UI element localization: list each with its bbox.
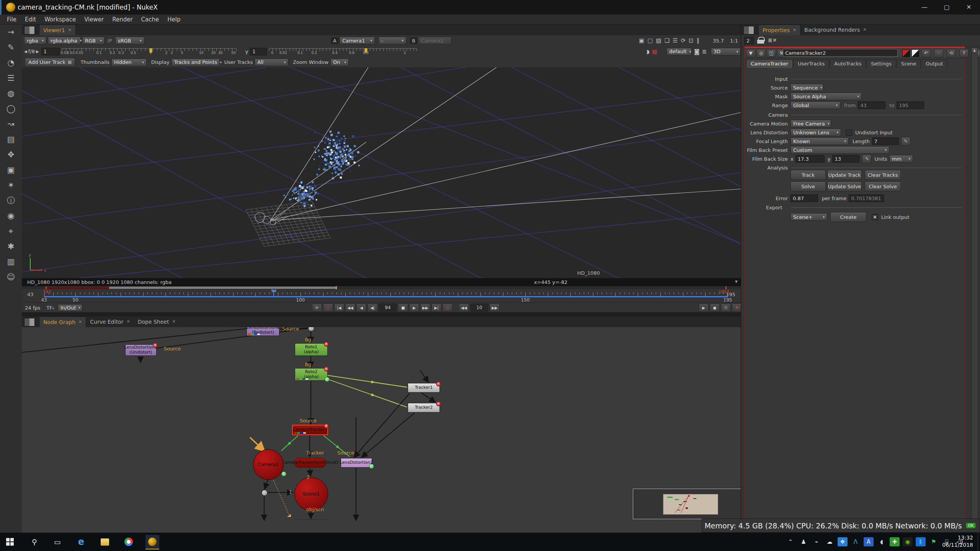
update-track-button[interactable]: Update Track — [827, 170, 862, 180]
pixel-aspect-value[interactable]: 1:1 — [730, 38, 738, 44]
3d-viewport[interactable]: yx HD_1080 — [22, 67, 741, 278]
thumbnails-dropdown[interactable]: Hidden▾ — [111, 59, 147, 66]
viewer-prefs-dropdown[interactable]: default▾ — [666, 48, 692, 55]
tray-satellite-icon[interactable]: ◖ — [877, 537, 887, 546]
goto-end-button[interactable]: ▶| — [431, 303, 441, 312]
node-lensdistortion1[interactable]: LensDistortion1(Redistort)A — [247, 327, 279, 336]
length-curve-icon[interactable]: ∿ — [901, 137, 910, 145]
per-frame-field[interactable]: 0.70178381 — [849, 194, 884, 202]
tray-flag-icon[interactable]: ⚑ — [929, 537, 939, 546]
node-color-swatch[interactable] — [902, 49, 910, 57]
a-input-dropdown[interactable]: Camera1▾ — [340, 37, 375, 44]
gamma-value-field[interactable]: 1 — [250, 48, 267, 55]
range-dropdown[interactable]: Global▾ — [791, 101, 840, 109]
link-output-checkbox[interactable]: ✕ — [872, 214, 878, 220]
undo-icon[interactable]: ↶ — [921, 49, 931, 57]
range-out-button[interactable]: ⊙ — [443, 303, 452, 312]
colorspace-dropdown[interactable]: sRGB▾ — [115, 37, 144, 44]
lens-distortion-dropdown[interactable]: Unknown Lens▾ — [791, 129, 841, 136]
close-all-panels-icon[interactable]: ≣✕ — [768, 37, 777, 43]
gamma-slider[interactable]: 00.010.10.20.40.60.812 — [269, 48, 416, 55]
undistort-input-checkbox[interactable] — [846, 129, 852, 136]
particles-icon[interactable]: ✶ — [0, 178, 22, 193]
prev-keyframe-button[interactable]: ◀◀ — [345, 303, 355, 312]
tray-user-icon[interactable]: ♟ — [799, 537, 808, 546]
collapse-panel-icon[interactable]: ▼ — [746, 49, 755, 57]
gain-value-field[interactable]: 1 — [41, 48, 60, 55]
node-tab-autotracks[interactable]: AutoTracks — [830, 59, 866, 68]
timeline-ruler[interactable]: 43 195 43501001501954319594 — [22, 289, 741, 302]
nuke-taskbar-icon[interactable] — [145, 535, 159, 549]
node-roto1[interactable]: Roto1(alpha)A — [295, 343, 328, 356]
frame-dec-button[interactable]: ◀◀ — [459, 303, 469, 312]
node-display-icon[interactable]: ◫ — [767, 49, 776, 57]
menu-file[interactable]: File — [7, 16, 16, 23]
viewer-stack-icon[interactable]: ☰ — [673, 37, 678, 44]
viewer-pause-icon[interactable]: ∥ — [697, 37, 700, 44]
create-button[interactable]: Create — [830, 212, 866, 222]
deep-icon[interactable]: ⓘ — [0, 193, 22, 208]
views-icon[interactable]: ◉ — [0, 208, 22, 223]
gain-next-stop-icon[interactable]: ▶ — [36, 49, 39, 54]
node-scene1[interactable]: Scene1 — [294, 477, 328, 511]
frame-field[interactable]: 94 — [379, 303, 397, 312]
node-tracker2[interactable]: Tracker2A — [408, 403, 440, 412]
fps-readout[interactable]: 24 fps — [25, 305, 40, 311]
color-icon[interactable]: ◍ — [0, 86, 22, 101]
guides-icon[interactable]: ▦ — [652, 48, 657, 55]
next-keyframe-button[interactable]: ▶▶ — [420, 303, 430, 312]
viewer-camera-icon[interactable]: ◙ — [694, 48, 700, 55]
tab-node-graph[interactable]: Node Graph✕ — [39, 316, 86, 327]
node-cameratrackerpointcloud1[interactable]: CameraTrackerPointCloud1 — [294, 458, 326, 468]
mask-dropdown[interactable]: Source Alpha▾ — [791, 93, 862, 100]
display-dropdown[interactable]: Tracks and Points▾ — [172, 59, 220, 66]
input-process-button[interactable]: IP — [108, 38, 112, 44]
tray-bluetooth-icon[interactable]: ᛒ — [916, 537, 926, 546]
properties-scrollbar[interactable]: ▲ — [972, 47, 978, 519]
timeline-range-bar[interactable] — [22, 286, 741, 289]
pane-splitter[interactable] — [22, 312, 741, 316]
menu-workspace[interactable]: Workspace — [44, 16, 76, 23]
wireframe-icon[interactable]: ≣ — [702, 48, 707, 55]
tab-background-renders[interactable]: Background Renders✕ — [800, 24, 870, 35]
pane-menu-icon[interactable] — [743, 26, 754, 34]
tray-share-icon[interactable]: ❖ — [838, 537, 848, 546]
node-tab-output[interactable]: Output — [921, 59, 947, 68]
close-tab-icon[interactable]: ✕ — [68, 28, 72, 33]
loop-button[interactable]: ⟳ — [312, 303, 322, 312]
length-field[interactable]: 7 — [872, 137, 899, 145]
node-dot[interactable] — [261, 490, 268, 496]
node-dot[interactable] — [308, 327, 314, 331]
transform-icon[interactable]: ✥ — [0, 147, 22, 162]
revert-icon[interactable]: ⟲ — [947, 49, 956, 57]
help-icon[interactable]: ☺ — [0, 269, 22, 285]
film-x-field[interactable]: 17.3 — [795, 155, 825, 163]
close-tab-icon[interactable]: ✕ — [793, 28, 796, 33]
chrome-icon[interactable] — [122, 535, 136, 549]
toolsets-icon[interactable]: ✱ — [0, 239, 22, 254]
node-cameratracker2[interactable]: CameraTracker2A — [292, 425, 328, 435]
close-button[interactable]: ✕ — [958, 0, 980, 15]
menu-render[interactable]: Render — [112, 16, 132, 23]
wipe-mode-dropdown[interactable]: -▾ — [379, 37, 406, 44]
layer-dropdown[interactable]: rgba.alpha▾ — [48, 37, 81, 44]
taskbar-clock[interactable]: 13:32 06/11/2018 — [942, 534, 973, 549]
display-mode-dropdown[interactable]: RGB▾ — [82, 37, 105, 44]
info-bar-arrow[interactable]: ▼ — [735, 280, 738, 284]
viewer-refresh-icon[interactable]: ⟳ — [681, 37, 686, 44]
viewer-overlay-icon[interactable]: ❏ — [665, 37, 670, 44]
node-lensdistortion3[interactable]: LensDistortion3(Undistort)A — [125, 344, 157, 356]
show-desktop-button[interactable] — [978, 533, 980, 551]
update-solve-button[interactable]: Update Solve — [827, 181, 862, 191]
solve-button[interactable]: Solve — [791, 181, 826, 191]
timeline-mode-dropdown[interactable]: TF▾ — [46, 305, 54, 311]
tray-app-a-icon[interactable]: A — [864, 537, 874, 546]
film-y-field[interactable]: 13 — [832, 155, 860, 163]
play-button[interactable]: ▶ — [409, 303, 419, 312]
task-view-icon[interactable]: ▭ — [51, 535, 64, 549]
tray-usb-icon[interactable]: ⌁ — [812, 537, 822, 546]
close-tab-icon[interactable]: ✕ — [78, 320, 82, 324]
menu-viewer[interactable]: Viewer — [84, 16, 104, 23]
menu-edit[interactable]: Edit — [25, 16, 36, 23]
tray-nvidia-icon[interactable]: ◉ — [903, 537, 913, 546]
